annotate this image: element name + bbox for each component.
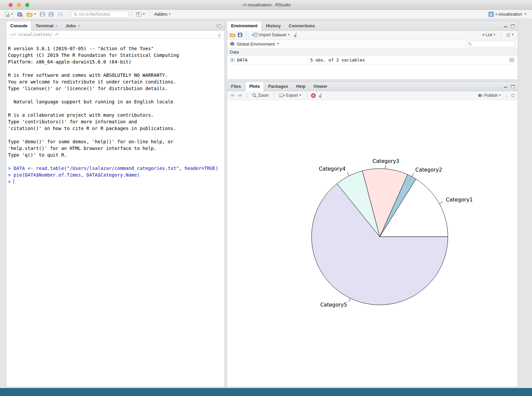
load-workspace-folder-icon[interactable]: [230, 33, 235, 37]
publish-plot-button[interactable]: Publish ▼: [477, 92, 502, 98]
pane-layout-button[interactable]: ▼: [135, 11, 146, 17]
zoom-window-button[interactable]: [25, 3, 29, 7]
minimize-window-button[interactable]: [17, 3, 21, 7]
pie-label-line: [412, 173, 414, 177]
minimize-pane-icon[interactable]: [503, 24, 508, 28]
toolbar-divider: [501, 32, 501, 38]
maximize-pane-icon[interactable]: [511, 24, 515, 28]
pie-label: Category1: [446, 197, 473, 203]
plots-toolbar: Zoom Export ▼ Publish ▼: [227, 91, 518, 100]
chevron-down-icon: ▼: [511, 34, 514, 36]
previous-plot-arrow-icon[interactable]: [230, 93, 235, 97]
chevron-down-icon: ▼: [287, 34, 290, 36]
goto-working-directory-icon[interactable]: [55, 33, 59, 36]
remove-plot-icon[interactable]: [311, 93, 316, 98]
clear-all-plots-broom-icon[interactable]: [318, 93, 323, 98]
tab-environment[interactable]: Environment: [227, 21, 262, 31]
export-label: Export: [286, 93, 298, 98]
console-tabbar: Console Terminal × Jobs ×: [6, 21, 224, 31]
environment-toolbar: Import Dataset ▼ ≡ List ▼ ▼: [227, 31, 518, 40]
list-mode-label: List: [486, 33, 492, 37]
console-line: [8, 158, 222, 165]
search-icon: [468, 42, 472, 46]
goto-file-input[interactable]: [79, 12, 126, 17]
save-all-button[interactable]: [48, 11, 55, 18]
maximize-pane-icon[interactable]: [216, 24, 222, 28]
chevron-down-icon: ▼: [299, 94, 302, 97]
tab-label: Viewer: [314, 84, 328, 89]
environment-tabbar: Environment History Connections: [227, 21, 518, 31]
tab-history[interactable]: History: [262, 21, 285, 30]
export-image-icon: [279, 93, 285, 98]
plot-area: Category1Category2Category3Category4Cate…: [227, 100, 518, 387]
r-project-icon: R: [488, 12, 494, 17]
tab-label: Packages: [268, 84, 288, 89]
save-workspace-icon[interactable]: [238, 33, 242, 37]
toolbar-divider: [132, 11, 132, 17]
expand-object-play-icon[interactable]: [230, 58, 235, 63]
open-file-button[interactable]: ▼: [26, 11, 37, 17]
chevron-down-icon: ▼: [524, 13, 527, 16]
new-file-button[interactable]: ▼: [3, 11, 14, 18]
tab-terminal[interactable]: Terminal ×: [32, 21, 62, 30]
object-name: DATA: [237, 58, 247, 63]
addins-button[interactable]: Addins ▼: [153, 11, 172, 17]
project-name-label: r-visualization: [496, 12, 522, 17]
import-dataset-label: Import Dataset: [259, 33, 286, 37]
console-line: 'citation()' on how to cite R or R packa…: [8, 125, 222, 132]
environment-search-input[interactable]: [473, 42, 513, 46]
tab-jobs[interactable]: Jobs ×: [62, 21, 84, 30]
zoom-label: Zoom: [258, 93, 269, 98]
save-button[interactable]: [39, 11, 46, 17]
tab-plots[interactable]: Plots: [245, 82, 264, 91]
console-output[interactable]: R version 3.6.1 (2019-07-05) -- "Action …: [6, 39, 224, 387]
tab-label: Plots: [249, 84, 260, 89]
chevron-down-icon: ▼: [34, 13, 36, 16]
tab-label: Jobs: [66, 23, 76, 28]
pie-label: Category3: [372, 158, 399, 164]
environment-object-row[interactable]: DATA 5 obs. of 2 variables: [227, 56, 518, 65]
tab-connections[interactable]: Connections: [285, 21, 319, 30]
console-line: Type 'contributors()' for more informati…: [8, 118, 222, 125]
zoom-magnifier-icon: [252, 93, 257, 98]
addins-label: Addins: [154, 12, 168, 17]
console-line: Platform: x86_64-apple-darwin15.6.0 (64-…: [8, 59, 222, 65]
maximize-pane-icon[interactable]: [511, 85, 515, 88]
environment-section-header: Data: [227, 49, 518, 56]
close-icon[interactable]: ×: [56, 24, 58, 28]
next-plot-arrow-icon[interactable]: [237, 93, 243, 97]
refresh-environment-button[interactable]: ▼: [505, 32, 515, 38]
right-column: Environment History Connections: [227, 21, 518, 387]
close-window-button[interactable]: [9, 3, 13, 7]
view-data-grid-icon[interactable]: [506, 58, 518, 62]
pie-label: Category4: [319, 166, 346, 172]
clear-console-broom-icon[interactable]: [217, 32, 222, 37]
environment-search-box: [466, 41, 515, 47]
zoom-plot-button[interactable]: Zoom: [251, 92, 270, 99]
print-button[interactable]: [57, 11, 64, 17]
close-icon[interactable]: ×: [78, 24, 80, 28]
console-subbar: ~/r-visualization/: [6, 31, 224, 39]
section-header-label: Data: [230, 50, 239, 55]
tab-viewer[interactable]: Viewer: [310, 82, 332, 91]
environment-scope-label[interactable]: Global Environment: [237, 42, 275, 47]
tab-console[interactable]: Console: [6, 21, 32, 31]
svg-text:R: R: [490, 12, 492, 16]
traffic-lights: [9, 3, 29, 7]
minimize-pane-icon[interactable]: [503, 85, 508, 88]
tab-files[interactable]: Files: [227, 82, 245, 91]
new-project-button[interactable]: R: [16, 11, 24, 18]
tab-packages[interactable]: Packages: [264, 82, 292, 91]
export-plot-button[interactable]: Export ▼: [278, 92, 303, 98]
console-line: R version 3.6.1 (2019-07-05) -- "Action …: [8, 45, 222, 52]
environment-view-mode-button[interactable]: ≡ List ▼: [481, 32, 497, 38]
import-dataset-button[interactable]: Import Dataset ▼: [251, 32, 291, 38]
project-selector[interactable]: R r-visualization ▼: [488, 12, 529, 17]
search-icon: [73, 12, 77, 16]
titlebar: ~/r-visualization - RStudio: [0, 0, 532, 10]
tab-help[interactable]: Help: [292, 82, 309, 91]
refresh-plot-icon[interactable]: [511, 93, 515, 98]
new-project-icon: R: [17, 12, 23, 17]
clear-environment-broom-icon[interactable]: [293, 33, 298, 37]
import-dataset-icon: [252, 33, 258, 37]
